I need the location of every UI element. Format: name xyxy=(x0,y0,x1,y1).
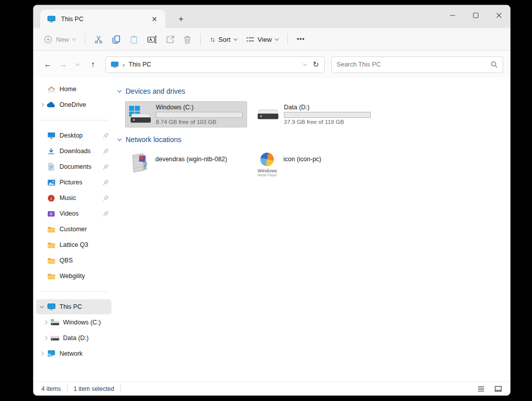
paste-icon xyxy=(130,35,138,44)
paste-button[interactable] xyxy=(125,32,143,47)
toolbar-separator xyxy=(85,34,85,45)
status-bar: 4 items 1 item selected xyxy=(33,381,510,395)
sidebar-item-onedrive[interactable]: OneDrive xyxy=(36,97,111,112)
trash-icon xyxy=(184,35,191,44)
window-controls xyxy=(441,5,510,25)
sidebar-item-documents[interactable]: Documents xyxy=(36,159,111,174)
close-button[interactable] xyxy=(487,5,510,25)
address-dropdown-icon[interactable] xyxy=(303,61,307,65)
chevron-right-icon[interactable] xyxy=(43,336,47,340)
drive-tile-data-d[interactable]: Data (D:) 37.9 GB free of 119 GB xyxy=(253,101,375,127)
sidebar-item-qbs[interactable]: QBS xyxy=(36,253,111,268)
chevron-down-icon[interactable] xyxy=(117,88,122,92)
group-header-devices[interactable]: Devices and drives xyxy=(118,87,510,95)
new-label: New xyxy=(56,36,69,43)
chevron-right-icon[interactable] xyxy=(40,352,44,356)
videos-icon xyxy=(46,211,56,217)
chevron-down-icon[interactable] xyxy=(40,304,44,308)
new-button[interactable]: New xyxy=(39,32,80,47)
documents-icon xyxy=(46,163,56,171)
sidebar-item-network[interactable]: Network xyxy=(36,346,111,361)
navigation-pane: Home OneDrive Desktop xyxy=(33,78,114,381)
rename-button[interactable] xyxy=(143,32,161,47)
search-box[interactable] xyxy=(331,56,503,73)
drive-tile-windows-c[interactable]: Windows (C:) 8.74 GB free of 103 GB xyxy=(125,101,247,127)
chevron-down-icon xyxy=(233,36,238,40)
tab-close-icon[interactable]: ✕ xyxy=(148,14,160,24)
tab-this-pc[interactable]: This PC ✕ xyxy=(40,10,165,28)
cut-button[interactable] xyxy=(90,32,107,47)
sort-label: Sort xyxy=(218,36,230,43)
minimize-button[interactable] xyxy=(441,5,464,25)
back-button[interactable]: ← xyxy=(40,57,55,72)
media-server-icon: ♪ xyxy=(128,151,151,174)
sidebar-item-pictures[interactable]: Pictures xyxy=(36,175,111,190)
refresh-icon[interactable]: ↻ xyxy=(313,60,319,69)
sidebar-item-desktop[interactable]: Desktop xyxy=(36,128,111,143)
capacity-bar xyxy=(284,112,371,118)
pin-icon xyxy=(103,211,109,217)
items-view: Devices and drives Windows (C:) 8.74 GB … xyxy=(114,78,510,381)
sidebar-item-label: Documents xyxy=(60,163,103,170)
this-pc-icon xyxy=(46,303,56,310)
breadcrumb-location[interactable]: This PC xyxy=(129,61,300,68)
folder-icon xyxy=(46,257,56,264)
sidebar-item-label: Videos xyxy=(60,210,103,217)
new-tab-button[interactable]: + xyxy=(174,14,188,24)
music-icon: ♪ xyxy=(46,194,56,202)
capacity-bar xyxy=(156,112,243,118)
address-bar[interactable]: › This PC ↻ xyxy=(105,56,325,73)
share-button[interactable] xyxy=(161,32,179,47)
share-icon xyxy=(166,35,174,44)
large-icons-view-button[interactable] xyxy=(492,383,504,394)
windows-media-player-icon xyxy=(259,151,276,168)
sidebar-item-webgility[interactable]: Webgility xyxy=(36,269,111,284)
sidebar-item-label: Music xyxy=(60,194,103,202)
maximize-button[interactable] xyxy=(464,5,487,25)
chevron-down-icon[interactable] xyxy=(117,137,122,141)
chevron-right-icon[interactable] xyxy=(43,320,47,324)
sidebar-item-label: OneDrive xyxy=(60,101,109,108)
group-header-network-locations[interactable]: Network locations xyxy=(118,136,510,144)
view-layout-icon xyxy=(246,36,254,43)
view-button[interactable]: View xyxy=(242,32,283,47)
sidebar-item-data-d[interactable]: Data (D:) xyxy=(36,330,111,346)
toolbar-separator xyxy=(200,34,201,45)
network-item-icon-pc[interactable]: Windows Media Player icon (icon-pc) xyxy=(253,150,375,179)
this-pc-icon xyxy=(111,61,119,68)
desktop-icon xyxy=(46,132,56,139)
sidebar-item-downloads[interactable]: Downloads xyxy=(36,144,111,159)
sidebar-item-music[interactable]: ♪ Music xyxy=(36,190,111,206)
copy-icon xyxy=(112,35,121,44)
toolbar-separator xyxy=(287,34,288,45)
drive-name: Data (D:) xyxy=(284,104,371,111)
forward-button[interactable]: → xyxy=(55,57,71,72)
sidebar-item-windows-c[interactable]: Windows (C:) xyxy=(36,315,111,330)
pin-icon xyxy=(103,195,109,201)
search-input[interactable] xyxy=(337,61,491,68)
sidebar-item-lattice-q3[interactable]: Lattice Q3 xyxy=(36,237,111,252)
network-item-label: icon (icon-pc) xyxy=(283,156,321,163)
sidebar-item-home[interactable]: Home xyxy=(36,82,111,97)
downloads-icon xyxy=(46,148,56,155)
copy-button[interactable] xyxy=(107,32,125,47)
drive-free-space: 37.9 GB free of 119 GB xyxy=(284,119,371,125)
chevron-right-icon[interactable] xyxy=(40,103,44,107)
delete-button[interactable] xyxy=(179,32,196,47)
sidebar-item-label: Customer xyxy=(60,226,109,233)
sidebar-item-customer[interactable]: Customer xyxy=(36,222,111,237)
this-pc-icon xyxy=(46,16,56,23)
sidebar-item-this-pc[interactable]: This PC xyxy=(36,299,111,314)
wmp-caption-line2: Media Player xyxy=(258,173,277,177)
command-bar: New xyxy=(33,28,510,50)
sidebar-item-videos[interactable]: Videos xyxy=(36,206,111,221)
folder-icon xyxy=(46,226,56,233)
pin-icon xyxy=(103,179,109,185)
network-item-devendras[interactable]: ♪ devendras (wgin-ntb-082) xyxy=(125,150,247,179)
more-options-button[interactable]: ••• xyxy=(292,32,310,46)
sort-button[interactable]: ↑↓ Sort xyxy=(205,32,242,47)
up-button[interactable]: ↑ xyxy=(85,57,100,72)
history-dropdown-button[interactable] xyxy=(71,57,86,72)
view-label: View xyxy=(258,36,272,43)
details-view-button[interactable] xyxy=(475,383,487,394)
